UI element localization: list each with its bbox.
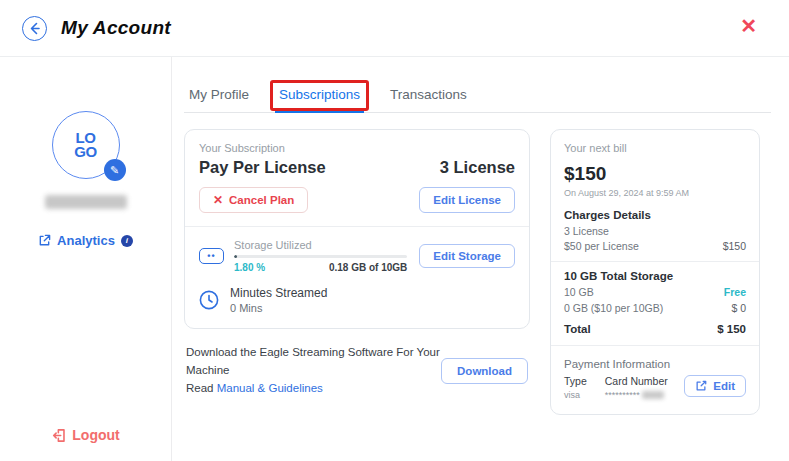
card-number-mask: ********** [605, 390, 640, 400]
cancel-plan-label: Cancel Plan [229, 194, 294, 206]
edit-icon [695, 380, 707, 392]
edit-license-button[interactable]: Edit License [419, 187, 515, 213]
storage-icon: •• [199, 248, 224, 264]
logout-label: Logout [72, 427, 119, 443]
payment-info-label: Payment Information [564, 358, 746, 370]
external-link-icon [38, 234, 51, 247]
analytics-link[interactable]: Analytics i [38, 233, 133, 248]
bill-section-label: Your next bill [564, 142, 746, 154]
manual-guidelines-link[interactable]: Manual & Guidelines [217, 382, 323, 394]
edit-storage-button[interactable]: Edit Storage [419, 244, 515, 268]
logout-icon [51, 428, 66, 443]
arrow-left-icon [28, 22, 41, 35]
edit-storage-label: Edit Storage [433, 250, 501, 262]
tab-transactions[interactable]: Transactions [389, 81, 468, 112]
next-bill-card: Your next bill $150 On August 29, 2024 a… [550, 129, 760, 415]
storage-free-label: 10 GB [564, 286, 594, 298]
card-number-label: Card Number [605, 375, 681, 387]
close-icon[interactable]: ✕ [740, 16, 757, 36]
total-label: Total [564, 323, 591, 335]
avatar-edit-icon[interactable]: ✎ [104, 159, 126, 181]
page-title: My Account [61, 17, 171, 39]
tab-my-profile[interactable]: My Profile [188, 81, 250, 112]
header: My Account ✕ [0, 0, 789, 57]
subscription-section-label: Your Subscription [199, 142, 515, 154]
storage-progress-fill [234, 255, 237, 258]
tab-subscriptions[interactable]: Subscriptions [278, 81, 361, 112]
charges-details-label: Charges Details [564, 209, 746, 221]
tab-label: Transactions [390, 87, 467, 102]
tab-label: Subscriptions [279, 87, 360, 102]
storage-paid-label: 0 GB ($10 per 10GB) [564, 302, 663, 314]
logout-button[interactable]: Logout [51, 427, 119, 443]
payment-type-label: Type [564, 375, 587, 387]
edit-license-label: Edit License [433, 194, 501, 206]
username-redacted [45, 195, 127, 209]
charge-license-line2: $50 per License [564, 240, 639, 252]
charge-license-line1: 3 License [564, 225, 639, 237]
storage-free-value: Free [724, 286, 746, 298]
main-content: My Profile Subscriptions Transactions Yo… [172, 57, 789, 461]
download-section: Download the Eagle Streaming Software Fo… [184, 344, 530, 397]
clock-icon [199, 290, 219, 310]
download-text: Download the Eagle Streaming Software Fo… [186, 346, 440, 376]
tab-label: My Profile [189, 87, 249, 102]
read-prefix: Read [186, 382, 217, 394]
bill-date: On August 29, 2024 at 9:59 AM [564, 188, 746, 198]
license-count: 3 License [440, 158, 515, 177]
divider [551, 345, 759, 346]
sidebar: LO GO ✎ Analytics i Logout [0, 57, 172, 461]
cancel-x-icon: ✕ [213, 193, 223, 207]
analytics-label: Analytics [57, 233, 115, 248]
storage-percent: 1.80 % [234, 262, 265, 273]
cancel-plan-button[interactable]: ✕ Cancel Plan [199, 187, 308, 213]
back-button[interactable] [22, 16, 47, 41]
card-number-redacted [642, 391, 664, 399]
storage-usage: 0.18 GB of 10GB [329, 262, 407, 273]
storage-label: Storage Utilized [234, 239, 407, 251]
storage-progress-bar [234, 255, 407, 258]
download-label: Download [457, 365, 512, 377]
minutes-label: Minutes Streamed [230, 286, 327, 300]
info-icon[interactable]: i [121, 235, 133, 247]
storage-header: 10 GB Total Storage [564, 270, 746, 282]
active-tab-underline [275, 111, 364, 113]
charge-license-amount: $150 [723, 240, 746, 252]
subscription-card: Your Subscription Pay Per License 3 Lice… [184, 129, 530, 329]
plan-name: Pay Per License [199, 158, 326, 177]
edit-payment-label: Edit [713, 380, 735, 392]
download-button[interactable]: Download [441, 358, 528, 384]
bill-amount: $150 [564, 163, 746, 185]
total-value: $ 150 [717, 323, 746, 335]
minutes-value: 0 Mins [230, 302, 327, 314]
storage-paid-value: $ 0 [731, 302, 746, 314]
tab-bar: My Profile Subscriptions Transactions [184, 75, 771, 113]
payment-type-value: visa [564, 390, 587, 400]
edit-payment-button[interactable]: Edit [684, 375, 746, 397]
avatar-logo-text: GO [74, 145, 96, 159]
